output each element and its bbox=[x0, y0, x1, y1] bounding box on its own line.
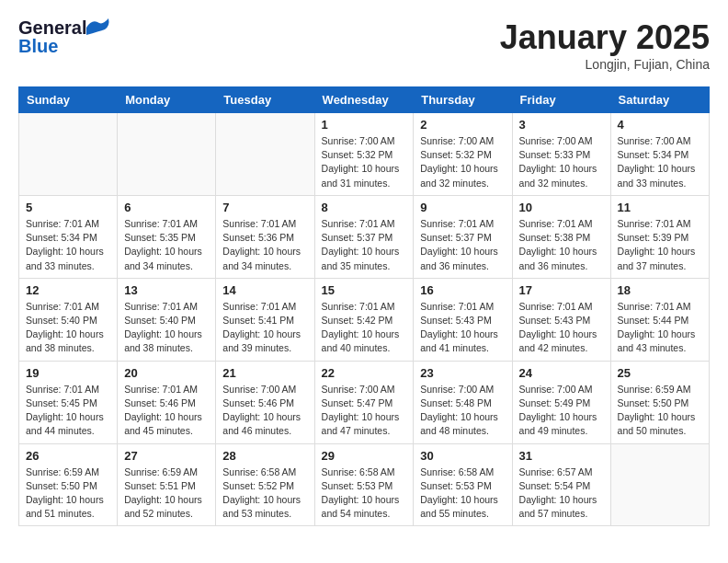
weekday-header-wednesday: Wednesday bbox=[314, 87, 414, 113]
day-info: Sunrise: 6:58 AM Sunset: 5:52 PM Dayligh… bbox=[222, 465, 307, 522]
calendar-cell: 13Sunrise: 7:01 AM Sunset: 5:40 PM Dayli… bbox=[118, 278, 216, 361]
day-info: Sunrise: 7:01 AM Sunset: 5:46 PM Dayligh… bbox=[124, 383, 209, 439]
day-info: Sunrise: 7:01 AM Sunset: 5:35 PM Dayligh… bbox=[124, 217, 209, 273]
day-info: Sunrise: 7:00 AM Sunset: 5:34 PM Dayligh… bbox=[618, 134, 702, 190]
title-block: January 2025 Longjin, Fujian, China bbox=[500, 18, 710, 72]
day-number: 26 bbox=[26, 449, 110, 463]
day-info: Sunrise: 7:00 AM Sunset: 5:46 PM Dayligh… bbox=[222, 383, 307, 439]
day-number: 29 bbox=[322, 449, 407, 463]
day-number: 2 bbox=[420, 118, 505, 132]
day-number: 14 bbox=[222, 283, 307, 297]
week-row-2: 5Sunrise: 7:01 AM Sunset: 5:34 PM Daylig… bbox=[19, 195, 710, 278]
day-info: Sunrise: 7:00 AM Sunset: 5:47 PM Dayligh… bbox=[322, 383, 407, 439]
day-info: Sunrise: 6:59 AM Sunset: 5:50 PM Dayligh… bbox=[26, 465, 110, 522]
calendar-cell: 18Sunrise: 7:01 AM Sunset: 5:44 PM Dayli… bbox=[610, 278, 709, 361]
day-number: 10 bbox=[519, 201, 604, 214]
day-info: Sunrise: 7:00 AM Sunset: 5:32 PM Dayligh… bbox=[420, 134, 505, 190]
calendar-cell: 29Sunrise: 6:58 AM Sunset: 5:53 PM Dayli… bbox=[314, 443, 414, 526]
day-number: 28 bbox=[222, 449, 307, 463]
week-row-1: 1Sunrise: 7:00 AM Sunset: 5:32 PM Daylig… bbox=[19, 113, 710, 196]
week-row-3: 12Sunrise: 7:01 AM Sunset: 5:40 PM Dayli… bbox=[19, 278, 710, 361]
calendar-cell: 3Sunrise: 7:00 AM Sunset: 5:33 PM Daylig… bbox=[512, 113, 610, 196]
logo-blue-text: Blue bbox=[18, 37, 58, 55]
day-number: 5 bbox=[26, 201, 110, 214]
calendar-cell: 4Sunrise: 7:00 AM Sunset: 5:34 PM Daylig… bbox=[610, 113, 709, 196]
day-number: 19 bbox=[26, 366, 110, 380]
calendar-cell: 26Sunrise: 6:59 AM Sunset: 5:50 PM Dayli… bbox=[19, 443, 118, 526]
logo-general-text: General bbox=[18, 18, 86, 37]
calendar-cell: 14Sunrise: 7:01 AM Sunset: 5:41 PM Dayli… bbox=[216, 278, 314, 361]
calendar-cell: 22Sunrise: 7:00 AM Sunset: 5:47 PM Dayli… bbox=[314, 361, 414, 443]
calendar-cell: 27Sunrise: 6:59 AM Sunset: 5:51 PM Dayli… bbox=[118, 443, 216, 526]
day-info: Sunrise: 7:01 AM Sunset: 5:45 PM Dayligh… bbox=[26, 383, 110, 439]
calendar-cell: 11Sunrise: 7:01 AM Sunset: 5:39 PM Dayli… bbox=[610, 195, 709, 278]
calendar-cell: 30Sunrise: 6:58 AM Sunset: 5:53 PM Dayli… bbox=[414, 443, 512, 526]
day-number: 16 bbox=[420, 283, 505, 297]
weekday-header-saturday: Saturday bbox=[610, 87, 709, 113]
calendar-cell: 9Sunrise: 7:01 AM Sunset: 5:37 PM Daylig… bbox=[414, 195, 512, 278]
day-info: Sunrise: 6:59 AM Sunset: 5:50 PM Dayligh… bbox=[618, 383, 702, 439]
day-info: Sunrise: 7:00 AM Sunset: 5:49 PM Dayligh… bbox=[519, 383, 604, 439]
day-number: 22 bbox=[322, 366, 407, 380]
day-info: Sunrise: 7:01 AM Sunset: 5:38 PM Dayligh… bbox=[519, 217, 604, 273]
day-info: Sunrise: 6:59 AM Sunset: 5:51 PM Dayligh… bbox=[124, 465, 209, 522]
day-number: 6 bbox=[124, 201, 209, 214]
day-info: Sunrise: 7:01 AM Sunset: 5:37 PM Dayligh… bbox=[322, 217, 407, 273]
day-info: Sunrise: 6:57 AM Sunset: 5:54 PM Dayligh… bbox=[519, 465, 604, 522]
day-info: Sunrise: 7:01 AM Sunset: 5:34 PM Dayligh… bbox=[26, 217, 110, 273]
calendar-cell: 23Sunrise: 7:00 AM Sunset: 5:48 PM Dayli… bbox=[414, 361, 512, 443]
day-number: 21 bbox=[222, 366, 307, 380]
calendar-cell: 24Sunrise: 7:00 AM Sunset: 5:49 PM Dayli… bbox=[512, 361, 610, 443]
calendar-cell: 19Sunrise: 7:01 AM Sunset: 5:45 PM Dayli… bbox=[19, 361, 118, 443]
weekday-header-tuesday: Tuesday bbox=[216, 87, 314, 113]
calendar-cell: 28Sunrise: 6:58 AM Sunset: 5:52 PM Dayli… bbox=[216, 443, 314, 526]
weekday-header-thursday: Thursday bbox=[414, 87, 512, 113]
calendar-cell: 10Sunrise: 7:01 AM Sunset: 5:38 PM Dayli… bbox=[512, 195, 610, 278]
calendar-cell: 20Sunrise: 7:01 AM Sunset: 5:46 PM Dayli… bbox=[118, 361, 216, 443]
day-number: 3 bbox=[519, 118, 604, 132]
day-info: Sunrise: 7:00 AM Sunset: 5:33 PM Dayligh… bbox=[519, 134, 604, 190]
calendar-cell: 6Sunrise: 7:01 AM Sunset: 5:35 PM Daylig… bbox=[118, 195, 216, 278]
day-number: 24 bbox=[519, 366, 604, 380]
calendar-cell: 2Sunrise: 7:00 AM Sunset: 5:32 PM Daylig… bbox=[414, 113, 512, 196]
day-number: 25 bbox=[618, 366, 702, 380]
calendar-cell: 21Sunrise: 7:00 AM Sunset: 5:46 PM Dayli… bbox=[216, 361, 314, 443]
day-number: 23 bbox=[420, 366, 505, 380]
weekday-header-sunday: Sunday bbox=[19, 87, 118, 113]
day-info: Sunrise: 7:01 AM Sunset: 5:39 PM Dayligh… bbox=[618, 217, 702, 273]
location: Longjin, Fujian, China bbox=[500, 57, 710, 72]
day-info: Sunrise: 6:58 AM Sunset: 5:53 PM Dayligh… bbox=[322, 465, 407, 522]
calendar-cell: 15Sunrise: 7:01 AM Sunset: 5:42 PM Dayli… bbox=[314, 278, 414, 361]
day-info: Sunrise: 7:01 AM Sunset: 5:43 PM Dayligh… bbox=[519, 300, 604, 356]
calendar-cell: 16Sunrise: 7:01 AM Sunset: 5:43 PM Dayli… bbox=[414, 278, 512, 361]
day-number: 11 bbox=[618, 201, 702, 214]
day-number: 7 bbox=[222, 201, 307, 214]
day-info: Sunrise: 7:01 AM Sunset: 5:36 PM Dayligh… bbox=[222, 217, 307, 273]
calendar-cell: 31Sunrise: 6:57 AM Sunset: 5:54 PM Dayli… bbox=[512, 443, 610, 526]
page-header: GeneralBlue January 2025 Longjin, Fujian… bbox=[18, 18, 710, 72]
day-info: Sunrise: 7:01 AM Sunset: 5:44 PM Dayligh… bbox=[618, 300, 702, 356]
calendar-cell: 7Sunrise: 7:01 AM Sunset: 5:36 PM Daylig… bbox=[216, 195, 314, 278]
day-info: Sunrise: 7:01 AM Sunset: 5:37 PM Dayligh… bbox=[420, 217, 505, 273]
day-number: 31 bbox=[519, 449, 604, 463]
month-title: January 2025 bbox=[500, 18, 710, 57]
calendar-cell: 1Sunrise: 7:00 AM Sunset: 5:32 PM Daylig… bbox=[314, 113, 414, 196]
calendar-cell: 25Sunrise: 6:59 AM Sunset: 5:50 PM Dayli… bbox=[610, 361, 709, 443]
bird-icon bbox=[86, 18, 112, 37]
day-number: 30 bbox=[420, 449, 505, 463]
day-info: Sunrise: 7:01 AM Sunset: 5:40 PM Dayligh… bbox=[124, 300, 209, 356]
week-row-5: 26Sunrise: 6:59 AM Sunset: 5:50 PM Dayli… bbox=[19, 443, 710, 526]
day-number: 17 bbox=[519, 283, 604, 297]
weekday-header-row: SundayMondayTuesdayWednesdayThursdayFrid… bbox=[19, 87, 710, 113]
calendar-cell: 12Sunrise: 7:01 AM Sunset: 5:40 PM Dayli… bbox=[19, 278, 118, 361]
calendar-cell bbox=[19, 113, 118, 196]
day-number: 4 bbox=[618, 118, 702, 132]
day-number: 27 bbox=[124, 449, 209, 463]
day-number: 13 bbox=[124, 283, 209, 297]
day-info: Sunrise: 6:58 AM Sunset: 5:53 PM Dayligh… bbox=[420, 465, 505, 522]
day-info: Sunrise: 7:01 AM Sunset: 5:42 PM Dayligh… bbox=[322, 300, 407, 356]
weekday-header-monday: Monday bbox=[118, 87, 216, 113]
day-info: Sunrise: 7:01 AM Sunset: 5:41 PM Dayligh… bbox=[222, 300, 307, 356]
day-number: 15 bbox=[322, 283, 407, 297]
calendar-cell: 5Sunrise: 7:01 AM Sunset: 5:34 PM Daylig… bbox=[19, 195, 118, 278]
